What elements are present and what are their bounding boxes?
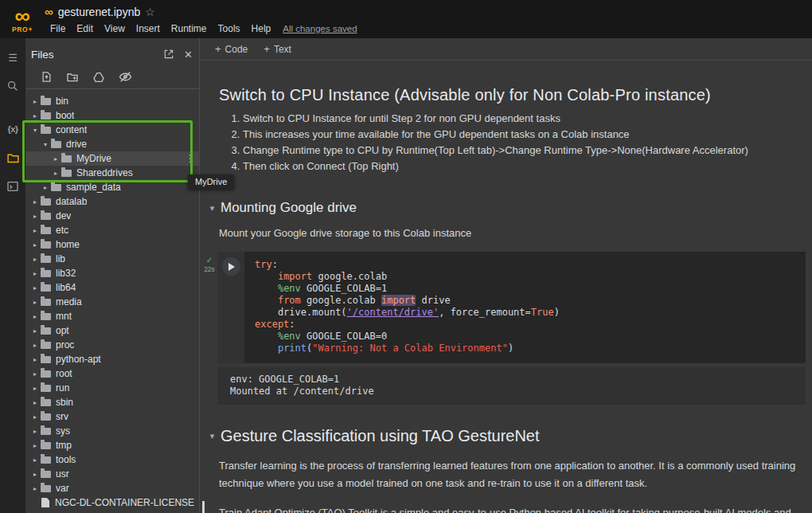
tree-row-lib[interactable]: ▸lib: [25, 252, 199, 266]
app-shell: ☰ {x} Files: [0, 38, 812, 513]
mydrive-tooltip: MyDrive: [188, 174, 234, 190]
upload-file-icon[interactable]: [41, 71, 53, 83]
tree-row-mnt[interactable]: ▸mnt: [25, 309, 199, 323]
tree-row-boot[interactable]: ▸boot: [25, 108, 199, 123]
menu-runtime[interactable]: Runtime: [166, 23, 213, 34]
tree-row-Shareddrives[interactable]: ▸Shareddrives: [25, 166, 199, 180]
tree-caret-icon[interactable]: ▸: [30, 456, 40, 464]
tree-caret-icon[interactable]: ▸: [30, 213, 40, 220]
tree-caret-icon[interactable]: ▸: [30, 241, 40, 249]
tree-caret-icon[interactable]: ▸: [30, 112, 40, 119]
tree-row-bin[interactable]: ▸bin: [25, 94, 199, 108]
tree-caret-icon[interactable]: ▸: [51, 155, 61, 163]
menu-help[interactable]: Help: [246, 23, 277, 34]
tree-row-usr[interactable]: ▸usr: [25, 467, 199, 481]
tree-caret-icon[interactable]: ▾: [41, 141, 50, 148]
tree-caret-icon[interactable]: ▸: [30, 256, 40, 263]
tree-caret-icon[interactable]: ▸: [30, 198, 40, 206]
tree-label: usr: [56, 468, 69, 480]
new-folder-icon[interactable]: [66, 71, 79, 84]
tree-caret-icon[interactable]: ▸: [30, 485, 40, 492]
section-collapse-icon[interactable]: ▾: [208, 431, 217, 441]
tree-row-NGC-DL-CONTAINER-LICENSE[interactable]: NGC-DL-CONTAINER-LICENSE: [25, 495, 199, 510]
tree-row-home[interactable]: ▸home: [25, 237, 199, 252]
tree-row-lib64[interactable]: ▸lib64: [25, 280, 199, 295]
tree-caret-icon[interactable]: ▸: [30, 327, 40, 335]
tree-row-var[interactable]: ▸var: [25, 481, 199, 495]
tree-caret-icon[interactable]: ▾: [30, 127, 40, 134]
tree-row-lib32[interactable]: ▸lib32: [25, 266, 199, 280]
folder-icon: [51, 184, 61, 191]
folder-icon: [61, 155, 72, 163]
tree-caret-icon[interactable]: ▸: [30, 270, 40, 277]
menu-tools[interactable]: Tools: [213, 23, 246, 34]
code-editor[interactable]: try: import google.colab %env GOOGLE_COL…: [244, 252, 806, 363]
tree-row-MyDrive[interactable]: ▸MyDrive⋮: [25, 151, 199, 166]
tree-caret-icon[interactable]: ▸: [30, 442, 40, 449]
code-cell-gutter: [217, 252, 244, 363]
tree-row-media[interactable]: ▸media: [25, 295, 199, 309]
list-item: Then click on Connect (Top Right): [243, 159, 806, 174]
tree-row-datalab[interactable]: ▸datalab: [25, 194, 199, 209]
tree-row-sbin[interactable]: ▸sbin: [25, 395, 199, 409]
tree-row-tmp[interactable]: ▸tmp: [25, 438, 199, 452]
run-cell-button[interactable]: [222, 257, 240, 276]
tree-caret-icon[interactable]: ▸: [30, 370, 40, 378]
tree-row-content[interactable]: ▾content: [25, 123, 199, 137]
colab-logo[interactable]: ∞ PRO+: [0, 0, 45, 38]
search-icon[interactable]: [2, 75, 24, 97]
tree-label: dev: [56, 210, 71, 221]
terminal-icon[interactable]: [2, 175, 24, 198]
tree-row-run[interactable]: ▸run: [25, 381, 199, 395]
menu-view[interactable]: View: [99, 23, 131, 34]
menu-insert[interactable]: Insert: [131, 23, 166, 34]
tree-caret-icon[interactable]: ▸: [30, 413, 40, 421]
tree-caret-icon[interactable]: ▸: [30, 313, 40, 320]
menu-bar: FileEditViewInsertRuntimeToolsHelp All c…: [45, 20, 357, 37]
code-cell-wrap: ✓ 22s try: import google.colab %env GOOG…: [201, 252, 806, 405]
tree-row-drive[interactable]: ▾drive: [25, 137, 199, 151]
tree-row-srv[interactable]: ▸srv: [25, 409, 199, 424]
tree-row-opt[interactable]: ▸opt: [25, 323, 199, 338]
tree-caret-icon[interactable]: ▸: [30, 299, 40, 306]
tree-caret-icon[interactable]: ▸: [30, 385, 40, 392]
mount-drive-icon[interactable]: [92, 71, 105, 84]
tree-label: sample_data: [66, 182, 121, 193]
tree-row-tools[interactable]: ▸tools: [25, 452, 199, 467]
tree-row-sample_data[interactable]: ▸sample_data: [25, 180, 199, 194]
row-kebab-icon[interactable]: ⋮: [185, 154, 195, 163]
menu-edit[interactable]: Edit: [71, 23, 99, 34]
table-of-contents-icon[interactable]: ☰: [2, 46, 24, 69]
tree-caret-icon[interactable]: ▸: [51, 170, 61, 177]
notebook-title[interactable]: gesturenet.ipynb: [58, 6, 141, 18]
section-collapse-icon[interactable]: ▾: [208, 203, 217, 213]
tree-row-sys[interactable]: ▸sys: [25, 424, 199, 438]
tree-caret-icon[interactable]: ▸: [30, 284, 40, 292]
tree-row-etc[interactable]: ▸etc: [25, 223, 199, 237]
output-line: Mounted at /content/drive: [230, 386, 793, 397]
tree-label: home: [56, 239, 80, 250]
open-in-tab-icon[interactable]: [163, 49, 174, 60]
tree-caret-icon[interactable]: ▸: [30, 98, 40, 105]
tree-row-dev[interactable]: ▸dev: [25, 209, 199, 223]
tree-caret-icon[interactable]: ▸: [30, 471, 40, 478]
tree-caret-icon[interactable]: ▸: [30, 342, 40, 349]
tree-caret-icon[interactable]: ▸: [30, 399, 40, 406]
tree-caret-icon[interactable]: ▸: [30, 227, 40, 234]
tree-caret-icon[interactable]: ▸: [41, 184, 50, 191]
tree-row-root[interactable]: ▸root: [25, 366, 199, 381]
tree-row-python-apt[interactable]: ▸python-apt: [25, 352, 199, 366]
markdown-paragraphs: Transfer learning is the process of tran…: [216, 457, 806, 513]
add-code-button[interactable]: + Code: [207, 41, 256, 57]
hidden-files-icon[interactable]: [119, 70, 132, 84]
close-panel-icon[interactable]: ✕: [184, 49, 193, 61]
variables-icon[interactable]: {x}: [2, 118, 24, 140]
add-text-button[interactable]: + Text: [256, 41, 299, 57]
tree-caret-icon[interactable]: ▸: [30, 428, 40, 435]
star-icon[interactable]: ☆: [145, 6, 155, 18]
files-icon[interactable]: [2, 147, 24, 169]
tree-caret-icon[interactable]: ▸: [30, 356, 40, 363]
save-status[interactable]: All changes saved: [283, 24, 357, 33]
tree-row-proc[interactable]: ▸proc: [25, 338, 199, 352]
menu-file[interactable]: File: [45, 23, 71, 34]
